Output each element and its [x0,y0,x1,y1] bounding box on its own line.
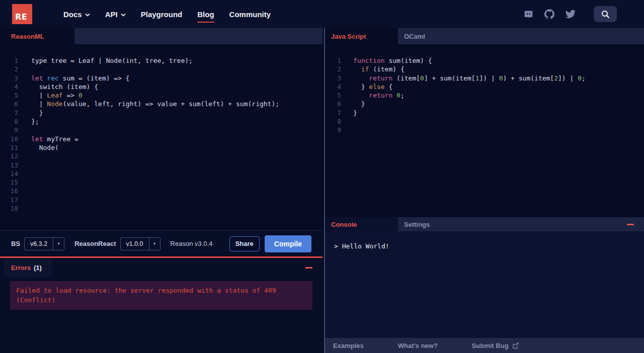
tab-label: Console [331,221,357,228]
github-icon[interactable] [544,9,554,19]
code-text [341,126,353,134]
code-line: 10let myTree = [0,135,323,143]
chevron-down-icon [121,13,126,17]
footer-link-examples[interactable]: Examples [333,342,364,349]
line-number: 10 [0,135,18,143]
code-text: let rec sum = (item) => { [18,74,130,82]
code-line: 3 return (item[0] + sum(item[1]) | 0) + … [325,74,644,82]
line-number: 18 [0,204,18,213]
errors-tab[interactable]: Errors (1) [4,258,52,277]
line-number: 1 [325,56,341,65]
code-text [18,126,31,134]
code-text: let myTree = [18,135,78,143]
code-text [18,169,31,178]
tab-console[interactable]: Console [325,217,398,231]
error-message: Failed to load resource: the server resp… [10,281,312,310]
js-code-output[interactable]: 1function sum(item) {2 if (item) {3 retu… [325,44,644,216]
share-button[interactable]: Share [229,236,260,251]
chevron-down-icon: ▼ [53,238,64,250]
line-number: 6 [325,100,341,108]
footer-link-submit-bug[interactable]: Submit Bug [472,342,519,349]
nav-item-label: Blog [197,10,214,19]
nav-item-api[interactable]: API [105,0,126,28]
reasonreact-version-select[interactable]: v1.0.0 ▼ [120,237,160,250]
errors-header: Errors (1) [0,258,323,277]
code-text [18,65,31,73]
navbar: RE DocsAPIPlaygroundBlogCommunity [0,0,644,28]
code-line: 16 [0,187,323,195]
nav-item-docs[interactable]: Docs [63,0,90,28]
code-text: } else { [341,82,392,91]
tab-label: ReasonML [11,33,44,40]
nav-item-blog[interactable]: Blog [197,0,214,28]
code-text [18,196,31,204]
tab-ocaml[interactable]: OCaml [398,28,431,44]
line-number: 16 [0,187,18,195]
twitter-icon[interactable] [566,9,576,19]
discord-icon[interactable] [524,10,533,19]
line-number: 2 [325,65,341,73]
code-line: 3let rec sum = (item) => { [0,74,323,82]
code-line: 7} [325,109,644,117]
social-icons [524,9,576,19]
code-line: 6 } [325,100,644,108]
code-line: 18 [0,204,323,213]
code-text: }; [18,117,39,126]
reasonreact-label: ReasonReact [74,240,116,247]
code-line: 17 [0,196,323,204]
line-number: 7 [0,109,18,117]
collapse-errors-icon[interactable] [305,267,312,269]
line-number: 1 [0,56,18,65]
nav-item-community[interactable]: Community [229,0,271,28]
tab-java-script[interactable]: Java Script [325,28,398,44]
code-line: 8}; [0,117,323,126]
reasonreact-version-value: v1.0.0 [121,240,149,247]
bs-version-value: v6.3.2 [25,240,53,247]
reason-tabstrip: ReasonML [0,28,323,44]
code-text [18,178,31,187]
reason-panel: ReasonML 1type tree = Leaf | Node(int, t… [0,28,323,353]
compiler-toolbar: BS v6.3.2 ▼ ReasonReact v1.0.0 ▼ Reason … [0,230,323,256]
console-output: > Hello World! [325,231,644,338]
line-number: 5 [325,91,341,100]
code-line: 2 [0,65,323,73]
tab-label: OCaml [404,33,425,40]
nav-item-label: Playground [141,10,183,19]
tab-reasonml[interactable]: ReasonML [0,28,74,44]
line-number: 2 [0,65,18,73]
console-tabs: ConsoleSettings [325,217,627,231]
nav-item-label: Docs [63,10,82,19]
search-button[interactable] [594,6,617,22]
errors-count-badge: (1) [34,264,42,272]
line-number: 4 [325,82,341,91]
collapse-console-icon[interactable] [627,224,634,225]
code-text [341,117,353,126]
tab-settings[interactable]: Settings [398,217,436,231]
output-panel: Java ScriptOCaml 1function sum(item) {2 … [325,28,644,353]
tab-label: Settings [404,221,430,228]
code-text [18,204,31,213]
line-number: 3 [325,74,341,82]
code-text: if (item) { [341,65,405,73]
bs-version-select[interactable]: v6.3.2 ▼ [24,237,64,250]
code-line: 2 if (item) { [325,65,644,73]
code-text [18,152,31,160]
code-line: 9 [325,126,644,134]
line-number: 14 [0,169,18,178]
nav-item-playground[interactable]: Playground [141,0,183,28]
line-number: 4 [0,82,18,91]
footer-link-what-s-new-[interactable]: What's new? [398,342,438,349]
line-number: 9 [325,126,341,134]
code-line: 4 switch (item) { [0,82,323,91]
footer-link-label: What's new? [398,342,438,349]
line-number: 15 [0,178,18,187]
compile-button[interactable]: Compile [265,235,311,252]
footer-link-label: Examples [333,342,364,349]
console-tabbar: ConsoleSettings [325,216,644,231]
nav-items: DocsAPIPlaygroundBlogCommunity [63,0,271,28]
code-text: | Leaf => 0 [18,91,83,100]
console-footer: ExamplesWhat's new?Submit Bug [325,338,644,353]
reason-code-editor[interactable]: 1type tree = Leaf | Node(int, tree, tree… [0,44,323,230]
chevron-down-icon [85,13,90,17]
reason-logo[interactable]: RE [12,4,32,24]
